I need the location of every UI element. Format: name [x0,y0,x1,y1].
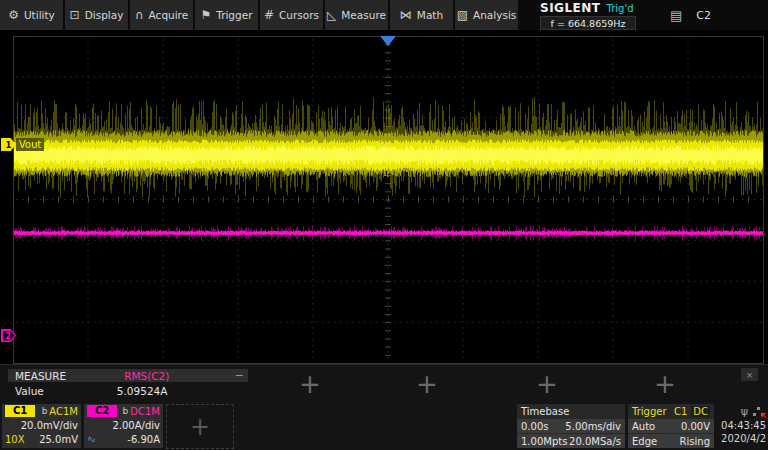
system-status-box: ψ × 04:43:45 2020/4/2 [716,404,766,448]
channel2-offset: -6.90A [127,434,160,445]
measure-title: MEASURE [15,370,66,382]
channel1-marker-label: 1 [6,140,12,150]
acquire-icon: ∩ [135,9,144,21]
measure-value: 5.09524A [117,385,168,397]
menu-item-label: Math [417,9,443,21]
add-measure-slot-4[interactable]: + [650,371,680,397]
channel1-offset: 25.0mV [39,434,78,445]
measure-value-label: Value [15,385,44,397]
menu-item-label: Acquire [149,9,189,21]
usb-icon[interactable]: ψ [741,405,748,418]
menu-item-label: Measure [341,9,386,21]
channel1-bw-indicator: b [42,406,48,416]
analysis-icon: ▧ [457,9,468,21]
close-measure-button[interactable]: × [741,368,758,381]
trigger-source: C1 [674,406,687,417]
menu-item-utility[interactable]: ⚙ Utility [0,0,63,30]
channel2-bw-indicator: b [123,406,129,416]
menu-item-label: Display [85,9,124,21]
measure-header[interactable]: MEASURE RMS(C2) − [8,369,248,382]
channel1-trace-label: Vout [16,138,44,151]
channel2-scale: 2.00A/div [112,420,160,431]
flag-icon: ⚑ [201,9,212,21]
frequency-counter: f = 664.8659Hz [540,16,636,30]
menu-item-label: Trigger [216,9,252,21]
current-probe-icon: ∿ [86,432,98,447]
measure-value-row: Value 5.09524A [8,384,248,397]
timebase-delay: 0.00s [521,421,548,432]
channel1-coupling: AC1M [49,406,78,417]
trigger-coupling: DC [691,406,710,417]
lan-disconnected-icon[interactable]: × [753,407,764,417]
add-measure-slot-1[interactable]: + [295,371,325,397]
context-indicator[interactable]: ▤ C2 [670,0,711,30]
display-icon: ⊡ [70,9,80,21]
trigger-type: Edge [632,436,657,447]
menu-item-acquire[interactable]: ∩ Acquire [130,0,193,30]
trigger-title: Trigger [632,406,667,417]
channel1-probe: 10X [5,434,25,445]
menu-item-label: Analysis [473,9,516,21]
channel1-scale: 20.0mV/div [21,420,78,431]
collapse-measure-button[interactable]: − [235,369,244,382]
channel1-box[interactable]: C1 b AC1M 20.0mV/div 10X 25.0mV [2,404,81,448]
math-icon: ⋈ [400,9,412,21]
channel1-tag: C1 [5,405,35,417]
timebase-scale: 5.00ms/div [565,421,621,432]
trigger-position-marker[interactable] [380,36,396,46]
add-measure-slot-2[interactable]: + [412,371,442,397]
bottom-status-bar: C1 b AC1M 20.0mV/div 10X 25.0mV C2 b DC1… [0,403,768,450]
channel2-tag: C2 [87,405,117,417]
menu-item-trigger[interactable]: ⚑ Trigger [195,0,258,30]
frequency-value: f = 664.8659Hz [551,18,626,29]
channel2-box[interactable]: C2 b DC1M 2.00A/div ∿ -6.90A [84,404,163,448]
menu-item-math[interactable]: ⋈ Math [390,0,453,30]
trigger-mode: Auto [632,421,655,432]
channel2-coupling: DC1M [130,406,160,417]
measure-strip: MEASURE RMS(C2) − Value 5.09524A + + + +… [0,364,768,404]
context-channel: C2 [696,9,711,22]
timebase-title: Timebase [521,406,569,417]
waveform-canvas [0,30,768,370]
add-measure-slot-3[interactable]: + [532,371,562,397]
timebase-samplerate: 20.0MSa/s [569,436,621,447]
trigger-status-panel: SIGLENT Trig'd f = 664.8659Hz [540,0,636,30]
timebase-box[interactable]: Timebase 0.00s 5.00ms/div 1.00Mpts 20.0M… [517,404,625,448]
channel2-marker-label: 2 [6,331,12,341]
trigger-level: 0.00V [681,421,710,432]
trigger-status: Trig'd [607,3,634,14]
measure-item: RMS(C2) [124,370,169,382]
brand-logo: SIGLENT [540,1,601,15]
top-menu-bar: ⚙ Utility ⊡ Display ∩ Acquire ⚑ Trigger … [0,0,768,30]
clock-time: 04:43:45 [716,419,766,432]
menu-item-label: Cursors [279,9,319,21]
trigger-slope: Rising [680,436,710,447]
menu-item-display[interactable]: ⊡ Display [65,0,128,30]
menu-item-cursors[interactable]: # Cursors [260,0,323,30]
cursors-icon: # [264,9,274,21]
clipboard-icon: ▤ [670,9,682,22]
menu-item-analysis[interactable]: ▧ Analysis [455,0,518,30]
clock-date: 2020/4/2 [716,432,766,445]
waveform-display: 1 Vout 2 [0,30,768,370]
add-channel-box[interactable]: + [166,404,234,449]
gear-icon: ⚙ [8,9,19,21]
trigger-box[interactable]: Trigger C1 DC Auto 0.00V Edge Rising [628,404,714,448]
menu-item-measure[interactable]: ◺ Measure [325,0,388,30]
measure-icon: ◺ [327,9,336,21]
lan-error-x: × [759,410,767,420]
timebase-points: 1.00Mpts [521,436,567,447]
menu-item-label: Utility [24,9,55,21]
plus-icon: + [190,413,210,441]
